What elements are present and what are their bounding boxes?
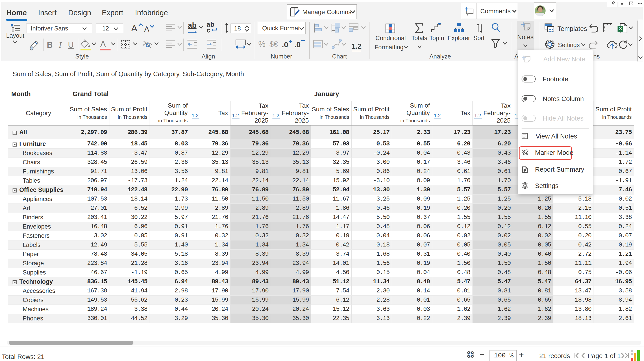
svg-text:X: X — [619, 26, 622, 31]
